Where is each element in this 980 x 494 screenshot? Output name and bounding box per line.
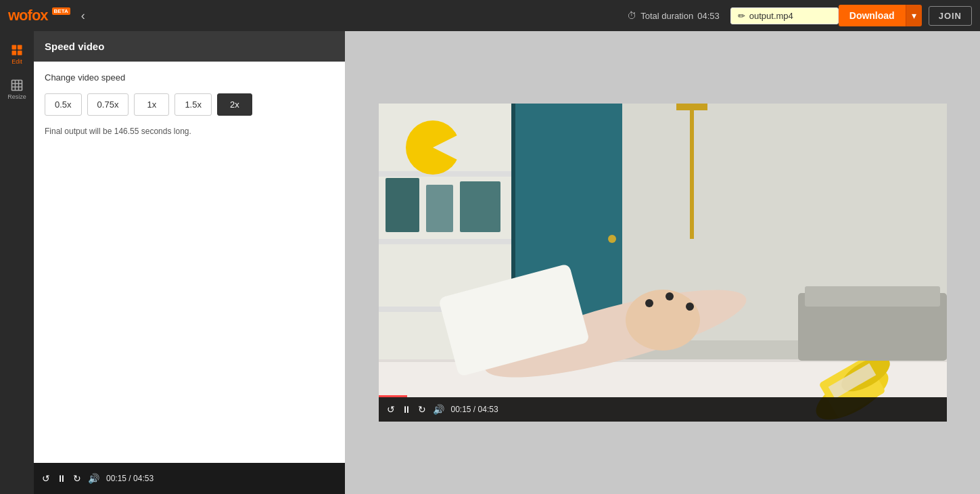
svg-rect-4: [12, 81, 22, 91]
svg-rect-16: [426, 185, 453, 232]
svg-rect-31: [805, 286, 940, 307]
svg-rect-33: [676, 104, 707, 110]
svg-point-24: [666, 292, 674, 300]
svg-rect-2: [12, 51, 17, 55]
svg-rect-0: [12, 45, 17, 50]
svg-point-23: [645, 299, 653, 307]
duration-value: 04:53: [697, 11, 720, 21]
pause-icon[interactable]: ⏸: [57, 473, 66, 484]
download-arrow-button[interactable]: ▾: [906, 5, 922, 26]
panel-body: Change video speed 0.5x 0.75x 1x 1.5x 2x…: [34, 62, 345, 463]
join-button[interactable]: JOIN: [929, 6, 972, 26]
svg-rect-1: [18, 45, 22, 50]
clock-icon: ⏱: [627, 10, 636, 21]
video-player-time: 00:15 / 04:53: [451, 405, 498, 414]
panel-title: Speed video: [45, 41, 104, 52]
panel-player-bar: ↺ ⏸ ↻ 🔊 00:15 / 04:53: [34, 463, 345, 494]
edit-icon: [10, 43, 24, 57]
player-time: 00:15 / 04:53: [106, 474, 154, 483]
svg-rect-8: [379, 171, 514, 177]
panel: Speed video Change video speed 0.5x 0.75…: [34, 31, 345, 494]
resize-label: Resize: [7, 93, 26, 100]
top-bar: wofox BETA ‹ ⏱ Total duration 04:53 ✏ ou…: [0, 0, 980, 31]
filename-text: output.mp4: [749, 11, 793, 21]
video-volume-icon[interactable]: 🔊: [433, 404, 444, 415]
filename-box[interactable]: ✏ output.mp4: [730, 7, 839, 24]
output-info: Final output will be 146.55 seconds long…: [45, 127, 334, 136]
back-button[interactable]: ‹: [81, 9, 85, 23]
svg-point-25: [686, 302, 694, 311]
speed-btn-1.5x[interactable]: 1.5x: [174, 93, 212, 116]
resize-icon: [10, 78, 24, 92]
volume-icon[interactable]: 🔊: [88, 473, 99, 484]
svg-rect-17: [460, 181, 500, 232]
speed-btn-2x[interactable]: 2x: [217, 93, 252, 116]
logo: wofox: [8, 7, 48, 24]
speed-btn-0.5x[interactable]: 0.5x: [45, 93, 82, 116]
sidebar-item-resize[interactable]: Resize: [0, 73, 34, 106]
left-sidebar: Edit Resize: [0, 31, 34, 494]
duration-info: ⏱ Total duration 04:53: [627, 10, 720, 21]
beta-badge: BETA: [52, 7, 70, 15]
svg-rect-3: [18, 51, 22, 55]
edit-icon: ✏: [738, 11, 745, 21]
restart-icon[interactable]: ↺: [42, 473, 50, 484]
main-content: Edit Resize Speed video Change video spe…: [0, 31, 980, 494]
svg-rect-32: [690, 104, 694, 239]
speed-btn-1x[interactable]: 1x: [134, 93, 169, 116]
panel-subtitle: Change video speed: [45, 72, 334, 83]
video-forward-icon[interactable]: ↻: [418, 404, 426, 415]
speed-btn-0.75x[interactable]: 0.75x: [87, 93, 129, 116]
edit-label: Edit: [11, 58, 22, 65]
logo-area: wofox BETA: [8, 7, 70, 24]
video-scene: [379, 104, 947, 422]
sidebar-item-edit[interactable]: Edit: [0, 38, 34, 70]
video-restart-icon[interactable]: ↺: [387, 404, 395, 415]
panel-header: Speed video: [34, 31, 345, 62]
video-area: ↺ ⏸ ↻ 🔊 00:15 / 04:53: [345, 31, 980, 494]
svg-rect-15: [386, 178, 419, 232]
video-pause-icon[interactable]: ⏸: [402, 404, 411, 415]
svg-point-14: [608, 235, 616, 243]
video-player-bar[interactable]: ↺ ⏸ ↻ 🔊 00:15 / 04:53: [379, 397, 947, 422]
video-container: ↺ ⏸ ↻ 🔊 00:15 / 04:53: [379, 104, 947, 422]
svg-rect-9: [379, 239, 514, 244]
speed-buttons: 0.5x 0.75x 1x 1.5x 2x: [45, 93, 334, 116]
svg-point-22: [626, 290, 700, 351]
download-button[interactable]: Download: [839, 5, 906, 26]
forward-icon[interactable]: ↻: [73, 473, 81, 484]
video-preview: ↺ ⏸ ↻ 🔊 00:15 / 04:53: [379, 104, 947, 422]
duration-label: Total duration: [640, 11, 693, 21]
